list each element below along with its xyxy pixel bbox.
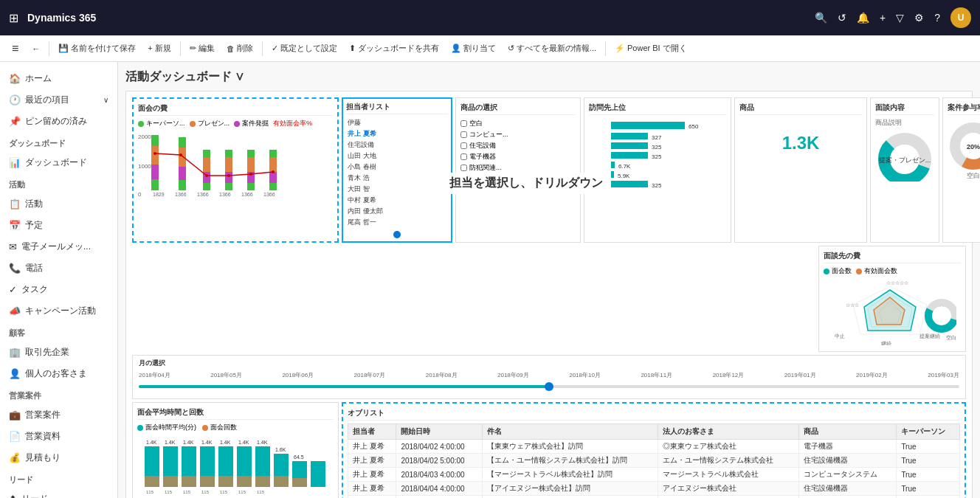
sidebar-item-accounts[interactable]: 🏢 取引先企業 [0,342,117,363]
sidebar-item-dashboard[interactable]: 📊 ダッシュボード [0,152,117,173]
sidebar-item-contacts[interactable]: 👤 個人のお客さま [0,363,117,384]
pin-icon: 📌 [9,116,21,127]
sidebar-item-opportunities[interactable]: 💼 営業案件 [0,404,117,426]
svg-text:1366: 1366 [175,192,187,197]
month-item[interactable]: 2018年07月 [354,371,386,379]
schedule-icon: 📅 [9,220,21,231]
month-item[interactable]: 2018年04月 [139,371,170,379]
assignee-item[interactable]: 山田 大地 [346,151,448,162]
assignee-item[interactable]: 青木 浩 [346,173,448,184]
month-item[interactable]: 2018年11月 [641,371,672,379]
table-row[interactable]: 井上 夏希2018/04/02 4:00:00【東東ウェア株式会社】訪問◎東東ウ… [348,440,960,454]
filter-icon[interactable]: ▽ [896,12,904,24]
search-icon[interactable]: 🔍 [815,12,827,24]
table-row[interactable]: 井上 夏希2018/04/02 5:00:00【エム・ユー情報システム株式会社】… [348,454,960,468]
product-checkbox[interactable] [460,153,467,160]
sidebar-item-schedule[interactable]: 📅 予定 [0,215,117,236]
assignee-item[interactable]: 小島 春樹 [346,162,448,173]
svg-rect-99 [237,476,252,487]
powerbi-button[interactable]: ⚡ Power BI で開く [610,41,691,56]
top-customers-card: 訪問先上位 650 327 325 325 6.7K 5.9K [584,97,731,243]
month-item[interactable]: 2019年03月 [928,371,959,379]
activity-table-container[interactable]: 担当者 開始日時 件名 法人のお客さま 商品 キーパーソン 井上 夏希2018/… [348,423,960,498]
table-row[interactable]: 井上 夏希2018/04/04 3:00:00【株式会社ハイプ】株式会社ハイブ住… [348,496,960,499]
svg-text:1366: 1366 [241,192,253,197]
assignee-item[interactable]: 大田 智 [346,184,448,195]
sidebar-item-sales-material[interactable]: 📄 営業資料 [0,426,117,447]
sidebar-item-leads[interactable]: ⬆ リード [0,488,117,498]
product-checkbox[interactable] [460,120,467,127]
product-item[interactable]: コンピュー... [460,129,576,140]
product-item[interactable]: 住宅設備 [460,140,576,151]
month-item[interactable]: 2019年02月 [856,371,888,379]
avatar[interactable]: U [950,7,971,28]
sidebar-item-task[interactable]: ✓ タスク [0,279,117,300]
assign-button[interactable]: 👤 割り当て [446,41,500,56]
save-button[interactable]: 💾 名前を付けて保存 [54,41,140,56]
col-keyperson[interactable]: キーパーソン [897,424,960,440]
month-item[interactable]: 2018年06月 [282,371,314,379]
assignee-item[interactable]: 尾高 哲一 [346,217,448,228]
sidebar-item-email[interactable]: ✉ 電子メールメッ... [0,236,117,257]
col-assignee[interactable]: 担当者 [348,424,396,440]
svg-point-30 [227,174,230,177]
product-item[interactable]: 空白 [460,118,576,129]
assignee-item[interactable]: 住宅設備 [346,139,448,151]
sidebar-item-pinned[interactable]: 📌 ピン留めの済み [0,111,117,132]
delete-button[interactable]: 🗑 削除 [222,41,258,56]
month-item[interactable]: 2018年08月 [426,371,458,379]
assignee-item[interactable]: 中村 夏希 [346,195,448,206]
assignee-item[interactable]: 井上 夏希 [346,128,448,139]
svg-text:5.9K: 5.9K [618,173,630,179]
table-row[interactable]: 井上 夏希2018/04/03 4:00:00【マージーストラベル株式会社】訪問… [348,468,960,482]
refresh-icon[interactable]: ↺ [838,12,846,24]
svg-text:115: 115 [220,490,228,494]
new-button[interactable]: + 新規 [143,41,175,56]
activity-icon: 📋 [9,198,21,210]
svg-text:継続: 継続 [880,341,891,345]
col-subject[interactable]: 件名 [482,424,658,440]
product-item[interactable]: 防犯関連... [460,162,576,173]
svg-text:中止: 中止 [835,333,845,339]
assignee-item[interactable]: 内田 優太郎 [346,206,448,217]
radar-chart: ☆☆☆☆☆ ☆☆☆☆ 提案継続 中止 ☆☆☆ 継続 空白 [824,279,956,345]
col-product[interactable]: 商品 [798,424,897,440]
grid-icon[interactable]: ⊞ [9,11,18,25]
set-default-button[interactable]: ✓ 既定として設定 [267,41,342,56]
product-checkbox[interactable] [460,142,467,149]
sidebar-section-dashboard: ダッシュボード [0,132,117,152]
month-item[interactable]: 2019年01月 [784,371,816,379]
product-checkbox[interactable] [460,131,467,138]
product-item[interactable]: 電子機器 [460,151,576,162]
timeline-slider[interactable] [139,379,959,394]
month-item[interactable]: 2018年12月 [713,371,745,379]
sidebar-item-activity[interactable]: 📋 活動 [0,193,117,215]
sidebar-item-quote[interactable]: 💰 見積もり [0,447,117,468]
sidebar-item-home[interactable]: 🏠 ホーム [0,68,117,89]
refresh-all-button[interactable]: ↺ すべてを最新の情報... [503,41,601,56]
month-item[interactable]: 2018年09月 [497,371,529,379]
edit-button[interactable]: ✏ 編集 [185,41,219,56]
notify-icon[interactable]: 🔔 [857,12,869,24]
col-start-date[interactable]: 開始日時 [396,424,482,440]
product-select-list: 空白 コンピュー... 住宅設備 電子機器 防犯関連... [460,118,576,173]
sidebar-item-campaign-activity[interactable]: 📣 キャンペーン活動 [0,300,117,322]
share-button[interactable]: ⬆ ダッシュボードを共有 [345,41,444,56]
month-item[interactable]: 2018年05月 [210,371,242,379]
hamburger-icon[interactable]: ≡ [6,42,24,55]
plus-icon[interactable]: + [880,12,886,24]
back-button[interactable]: ← [27,42,44,55]
assignee-list: 伊藤 井上 夏希 住宅設備 山田 大地 小島 春樹 青木 浩 大田 智 中村 夏… [346,117,448,228]
help-icon[interactable]: ? [934,12,940,24]
product-checkbox[interactable] [460,165,467,171]
settings-icon[interactable]: ⚙ [914,12,924,24]
assignee-item[interactable]: 伊藤 [346,117,448,128]
sidebar-item-phone[interactable]: 📞 電話 [0,257,117,279]
assignee-title: 担当者リスト [346,102,448,114]
col-account[interactable]: 法人のお客さま [658,424,798,440]
participation-donut: 20% [948,118,980,170]
month-item[interactable]: 2018年10月 [569,371,601,379]
sidebar-item-recent[interactable]: 🕐 最近の項目 ∨ [0,89,117,111]
save-icon: 💾 [58,44,69,53]
table-row[interactable]: 井上 夏希2018/04/04 4:00:00【アイエヌジー株式会社】訪問アイエ… [348,482,960,496]
